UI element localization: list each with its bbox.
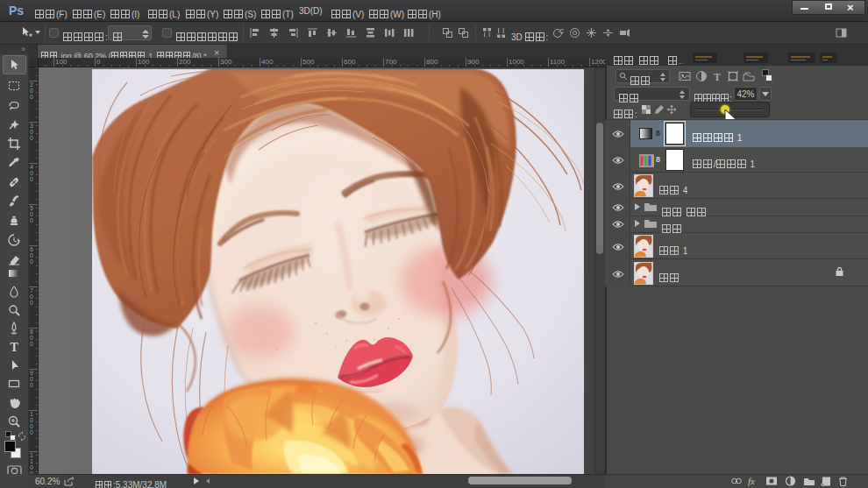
svg-text:fx: fx bbox=[748, 476, 755, 486]
svg-text:T: T bbox=[11, 341, 19, 354]
svg-text:T: T bbox=[714, 71, 721, 82]
